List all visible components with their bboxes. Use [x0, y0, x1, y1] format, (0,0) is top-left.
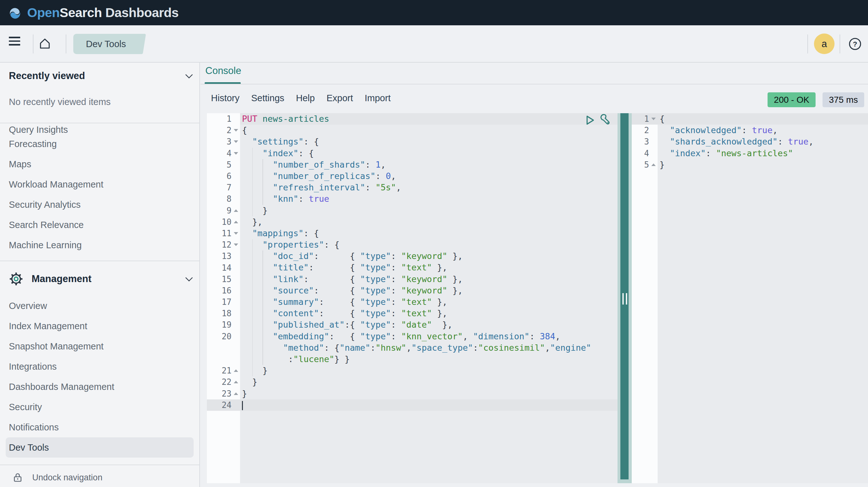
request-editor[interactable]: 1PUT news-articles2{3 "settings": {4 "in…	[207, 113, 618, 483]
gutter: 3	[632, 136, 658, 147]
code-line[interactable]: 7 "refresh_interval": "5s",	[207, 182, 618, 193]
sidebar-item[interactable]: Overview	[0, 296, 199, 316]
code-line[interactable]: 9 }	[207, 205, 618, 216]
sidebar-management-list: OverviewIndex ManagementSnapshot Managem…	[0, 296, 199, 458]
code-line[interactable]: 13 "doc_id": { "type": "keyword" },	[207, 251, 618, 262]
line-number: 20	[207, 332, 231, 341]
fold-toggle-icon[interactable]	[234, 221, 238, 223]
tab-console[interactable]: Console	[205, 65, 241, 77]
code-text: },	[240, 216, 618, 228]
fold-toggle-icon[interactable]	[234, 393, 238, 395]
console-menu-item[interactable]: Export	[327, 93, 353, 104]
gutter: 5	[632, 159, 658, 170]
indent-guide	[262, 193, 263, 205]
code-text	[658, 170, 868, 483]
indent-guide	[262, 182, 263, 193]
code-line[interactable]: 21 }	[207, 365, 618, 376]
fold-toggle-icon[interactable]	[234, 152, 238, 155]
code-line[interactable]: 22 }	[207, 376, 618, 388]
code-line[interactable]: 19 "published_at":{ "type": "date" },	[207, 319, 618, 331]
avatar[interactable]: a	[814, 33, 835, 54]
home-icon[interactable]	[38, 37, 52, 51]
app-title: OpenSearch Dashboards	[27, 5, 179, 20]
fold-toggle-icon[interactable]	[234, 129, 238, 132]
menu-icon[interactable]	[9, 37, 20, 51]
line-number: 24	[207, 400, 231, 410]
code-line[interactable]: 8 "knn": true	[207, 193, 618, 205]
code-line[interactable]: 4 "index": {	[207, 148, 618, 159]
code-line[interactable]: 17 "summary": { "type": "text" },	[207, 296, 618, 308]
line-number: 8	[207, 194, 231, 204]
line-number: 12	[207, 240, 231, 250]
sidebar-item[interactable]: Dashboards Management	[0, 377, 199, 397]
sidebar-item[interactable]: Machine Learning	[0, 235, 199, 255]
code-line[interactable]: 11 "mappings": {	[207, 228, 618, 239]
code-line[interactable]: 5}	[632, 159, 868, 170]
panel-splitter[interactable]	[618, 113, 632, 483]
sidebar-item[interactable]: Maps	[0, 154, 199, 174]
gutter: 17	[207, 296, 240, 308]
code-line[interactable]: 14 "title": { "type": "text" },	[207, 262, 618, 273]
console-menu-item[interactable]: Import	[365, 93, 391, 104]
code-line[interactable]: 3 "shards_acknowledged": true,	[632, 136, 868, 147]
send-request-icon[interactable]	[583, 114, 596, 126]
divider	[0, 464, 199, 465]
sidebar-item[interactable]: Search Relevance	[0, 215, 199, 235]
console-menu-item[interactable]: Help	[296, 93, 315, 104]
fold-toggle-icon[interactable]	[651, 118, 656, 120]
app-header: OpenSearch Dashboards	[0, 0, 868, 25]
console-menu-item[interactable]: History	[211, 93, 240, 104]
code-line[interactable]: 6 "number_of_replicas": 0,	[207, 170, 618, 182]
code-line[interactable]: 24	[207, 399, 618, 411]
fold-toggle-icon[interactable]	[234, 244, 238, 246]
code-text: }	[240, 205, 618, 216]
undock-navigation-button[interactable]: Undock navigation	[0, 468, 199, 487]
fold-toggle-icon[interactable]	[234, 232, 238, 235]
sidebar-item[interactable]: Integrations	[0, 356, 199, 377]
code-line[interactable]: 1PUT news-articles	[207, 113, 618, 124]
gutter: 22	[207, 376, 240, 388]
code-line[interactable]: 10 },	[207, 216, 618, 228]
code-line[interactable]: 23}	[207, 388, 618, 399]
sidebar-section-recently-viewed[interactable]: Recently viewed	[9, 70, 192, 82]
fold-toggle-icon[interactable]	[651, 164, 656, 166]
sidebar-item[interactable]: Workload Management	[0, 174, 199, 195]
sidebar-item[interactable]: Notifications	[0, 417, 199, 437]
gutter: 11	[207, 228, 240, 239]
line-number: 3	[207, 137, 231, 146]
code-line[interactable]: "method": {"name":"hnsw","space_type":"c…	[207, 342, 618, 353]
sidebar-item[interactable]: Forecasting	[0, 134, 199, 154]
code-line[interactable]: 20 "embedding": { "type": "knn_vector", …	[207, 331, 618, 342]
code-line[interactable]: 1{	[632, 113, 868, 124]
code-line[interactable]: :"lucene"} }	[207, 353, 618, 365]
code-line[interactable]: 4 "index": "news-articles"	[632, 148, 868, 159]
fold-toggle-icon[interactable]	[234, 209, 238, 212]
code-text	[240, 399, 618, 411]
code-line[interactable]: 2 "acknowledged": true,	[632, 124, 868, 136]
splitter-grip-icon[interactable]	[622, 293, 627, 305]
fold-toggle-icon[interactable]	[234, 381, 238, 383]
code-text: }	[240, 388, 618, 399]
sidebar-item[interactable]: Security	[0, 397, 199, 417]
code-line[interactable]: 15 "link": { "type": "keyword" },	[207, 274, 618, 285]
sidebar-section-management[interactable]: Management	[9, 269, 192, 288]
gutter: 3	[207, 136, 240, 147]
response-editor[interactable]: 1{2 "acknowledged": true,3 "shards_ackno…	[632, 113, 868, 483]
code-line[interactable]: 5 "number_of_shards": 1,	[207, 159, 618, 170]
sidebar-item[interactable]: Index Management	[0, 316, 199, 336]
console-menu-item[interactable]: Settings	[251, 93, 284, 104]
sidebar-item[interactable]: Snapshot Management	[0, 336, 199, 356]
code-line[interactable]: 16 "source": { "type": "keyword" },	[207, 285, 618, 296]
code-line[interactable]: 12 "properties": {	[207, 239, 618, 251]
sidebar-item[interactable]: Security Analytics	[0, 195, 199, 215]
code-line[interactable]: 2{	[207, 124, 618, 136]
indent-guide	[252, 319, 253, 331]
help-icon[interactable]: ?	[848, 37, 862, 51]
code-line[interactable]: 3 "settings": {	[207, 136, 618, 147]
wrench-icon[interactable]	[598, 114, 611, 126]
gutter: 1	[207, 113, 240, 124]
sidebar-item-selected[interactable]: Dev Tools	[6, 437, 194, 458]
code-line[interactable]: 18 "content": { "type": "text" },	[207, 308, 618, 319]
fold-toggle-icon[interactable]	[234, 140, 238, 143]
fold-toggle-icon[interactable]	[234, 369, 238, 372]
